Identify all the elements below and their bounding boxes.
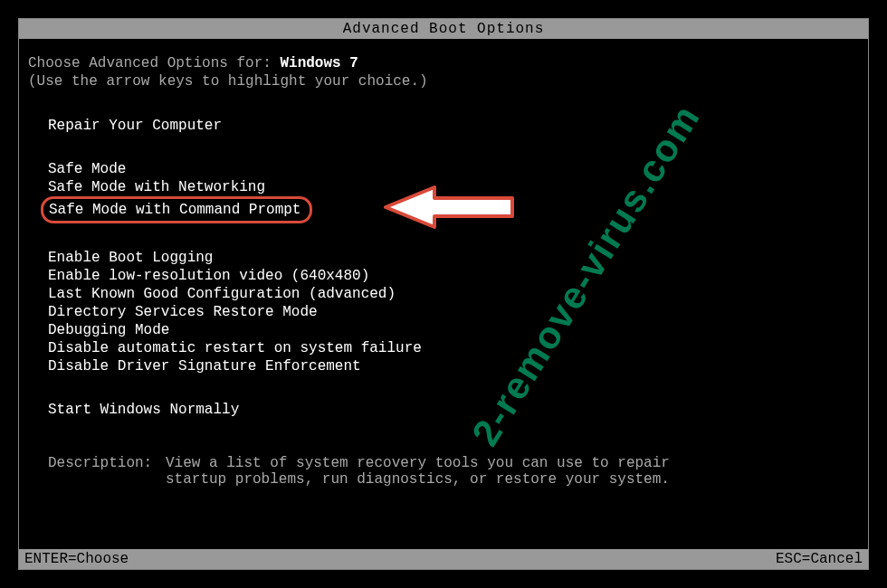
menu-safe-mode-command-prompt[interactable]: Safe Mode with Command Prompt	[41, 196, 312, 223]
menu-group-advanced: Enable Boot Logging Enable low-resolutio…	[28, 249, 859, 375]
content-area: Choose Advanced Options for: Windows 7 (…	[19, 39, 868, 488]
window-title: Advanced Boot Options	[343, 21, 545, 37]
description-text: View a list of system recovery tools you…	[166, 455, 672, 488]
menu-disable-driver-sig[interactable]: Disable Driver Signature Enforcement	[48, 357, 361, 375]
menu-start-normally[interactable]: Start Windows Normally	[48, 401, 239, 419]
menu-low-res-video[interactable]: Enable low-resolution video (640x480)	[48, 267, 369, 285]
menu-enable-boot-logging[interactable]: Enable Boot Logging	[48, 249, 213, 267]
prompt-prefix: Choose Advanced Options for:	[28, 55, 280, 71]
hint-line: (Use the arrow keys to highlight your ch…	[28, 73, 859, 90]
menu-group-normal: Start Windows Normally	[28, 401, 859, 419]
title-bar: Advanced Boot Options	[19, 19, 868, 39]
footer-esc-hint: ESC=Cancel	[776, 551, 863, 567]
menu-debugging-mode[interactable]: Debugging Mode	[48, 321, 169, 339]
footer-enter-hint: ENTER=Choose	[24, 551, 129, 567]
menu-safe-mode-networking[interactable]: Safe Mode with Networking	[48, 178, 265, 196]
pointer-arrow-icon	[378, 182, 523, 232]
menu-repair-computer[interactable]: Repair Your Computer	[48, 117, 222, 135]
menu-last-known-good[interactable]: Last Known Good Configuration (advanced)	[48, 285, 396, 303]
menu-directory-services-restore[interactable]: Directory Services Restore Mode	[48, 303, 318, 321]
description-label: Description:	[48, 455, 166, 488]
menu-safe-mode[interactable]: Safe Mode	[48, 160, 126, 178]
footer-bar: ENTER=Choose ESC=Cancel	[19, 549, 868, 569]
menu-group-safemode: Safe Mode Safe Mode with Networking Safe…	[28, 160, 859, 223]
os-name: Windows 7	[280, 55, 358, 71]
boot-options-window: Advanced Boot Options Choose Advanced Op…	[18, 18, 869, 570]
menu-group-repair: Repair Your Computer	[28, 117, 859, 135]
prompt-line: Choose Advanced Options for: Windows 7	[28, 55, 859, 71]
svg-marker-0	[386, 187, 512, 227]
menu-disable-auto-restart[interactable]: Disable automatic restart on system fail…	[48, 339, 422, 357]
description-block: Description: View a list of system recov…	[28, 455, 859, 488]
